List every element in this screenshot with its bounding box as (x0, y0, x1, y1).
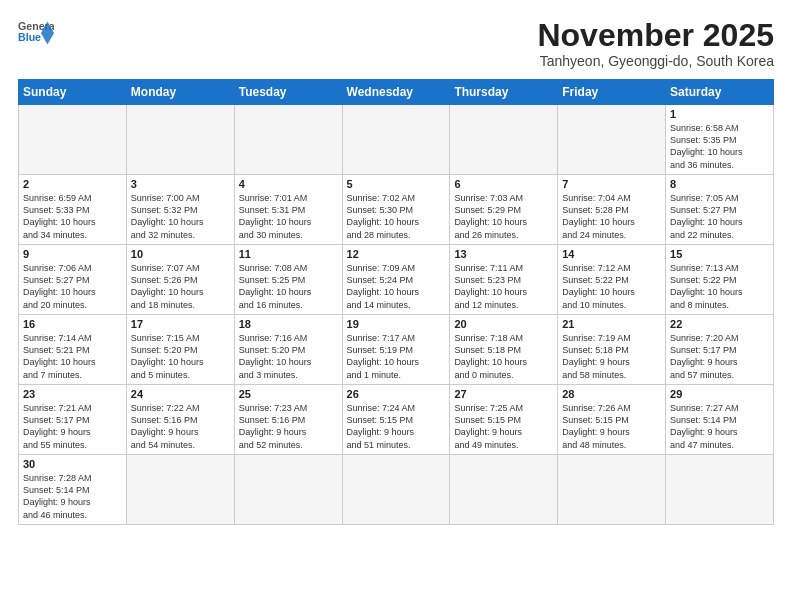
day-info: Sunrise: 7:19 AM Sunset: 5:18 PM Dayligh… (562, 332, 661, 381)
calendar-cell: 2Sunrise: 6:59 AM Sunset: 5:33 PM Daylig… (19, 175, 127, 245)
calendar-cell (19, 105, 127, 175)
logo: General Blue (18, 18, 54, 48)
calendar-cell (234, 455, 342, 525)
day-number: 29 (670, 388, 769, 400)
day-info: Sunrise: 7:16 AM Sunset: 5:20 PM Dayligh… (239, 332, 338, 381)
calendar-cell: 11Sunrise: 7:08 AM Sunset: 5:25 PM Dayli… (234, 245, 342, 315)
weekday-header-monday: Monday (126, 80, 234, 105)
day-number: 28 (562, 388, 661, 400)
calendar-cell (666, 455, 774, 525)
week-row-1: 1Sunrise: 6:58 AM Sunset: 5:35 PM Daylig… (19, 105, 774, 175)
calendar-cell: 19Sunrise: 7:17 AM Sunset: 5:19 PM Dayli… (342, 315, 450, 385)
calendar-cell (450, 105, 558, 175)
day-info: Sunrise: 7:13 AM Sunset: 5:22 PM Dayligh… (670, 262, 769, 311)
day-number: 7 (562, 178, 661, 190)
day-number: 11 (239, 248, 338, 260)
day-info: Sunrise: 7:02 AM Sunset: 5:30 PM Dayligh… (347, 192, 446, 241)
day-number: 6 (454, 178, 553, 190)
day-info: Sunrise: 7:07 AM Sunset: 5:26 PM Dayligh… (131, 262, 230, 311)
day-info: Sunrise: 7:20 AM Sunset: 5:17 PM Dayligh… (670, 332, 769, 381)
week-row-2: 2Sunrise: 6:59 AM Sunset: 5:33 PM Daylig… (19, 175, 774, 245)
day-info: Sunrise: 7:06 AM Sunset: 5:27 PM Dayligh… (23, 262, 122, 311)
calendar-cell: 15Sunrise: 7:13 AM Sunset: 5:22 PM Dayli… (666, 245, 774, 315)
day-number: 17 (131, 318, 230, 330)
header: General Blue November 2025 Tanhyeon, Gye… (18, 18, 774, 69)
day-number: 18 (239, 318, 338, 330)
day-number: 16 (23, 318, 122, 330)
weekday-header-tuesday: Tuesday (234, 80, 342, 105)
day-number: 12 (347, 248, 446, 260)
weekday-header-sunday: Sunday (19, 80, 127, 105)
day-info: Sunrise: 7:12 AM Sunset: 5:22 PM Dayligh… (562, 262, 661, 311)
day-info: Sunrise: 7:14 AM Sunset: 5:21 PM Dayligh… (23, 332, 122, 381)
calendar-cell: 3Sunrise: 7:00 AM Sunset: 5:32 PM Daylig… (126, 175, 234, 245)
calendar-cell: 4Sunrise: 7:01 AM Sunset: 5:31 PM Daylig… (234, 175, 342, 245)
calendar-cell: 18Sunrise: 7:16 AM Sunset: 5:20 PM Dayli… (234, 315, 342, 385)
svg-text:Blue: Blue (18, 31, 41, 43)
day-number: 2 (23, 178, 122, 190)
day-info: Sunrise: 7:01 AM Sunset: 5:31 PM Dayligh… (239, 192, 338, 241)
day-info: Sunrise: 6:58 AM Sunset: 5:35 PM Dayligh… (670, 122, 769, 171)
week-row-6: 30Sunrise: 7:28 AM Sunset: 5:14 PM Dayli… (19, 455, 774, 525)
day-number: 22 (670, 318, 769, 330)
day-number: 27 (454, 388, 553, 400)
calendar-cell: 21Sunrise: 7:19 AM Sunset: 5:18 PM Dayli… (558, 315, 666, 385)
calendar-cell (450, 455, 558, 525)
calendar-cell (558, 455, 666, 525)
day-info: Sunrise: 7:28 AM Sunset: 5:14 PM Dayligh… (23, 472, 122, 521)
week-row-5: 23Sunrise: 7:21 AM Sunset: 5:17 PM Dayli… (19, 385, 774, 455)
day-number: 21 (562, 318, 661, 330)
calendar-cell (126, 455, 234, 525)
day-number: 26 (347, 388, 446, 400)
weekday-header-saturday: Saturday (666, 80, 774, 105)
day-info: Sunrise: 7:21 AM Sunset: 5:17 PM Dayligh… (23, 402, 122, 451)
weekday-header-wednesday: Wednesday (342, 80, 450, 105)
day-number: 3 (131, 178, 230, 190)
calendar-cell: 22Sunrise: 7:20 AM Sunset: 5:17 PM Dayli… (666, 315, 774, 385)
calendar-cell: 16Sunrise: 7:14 AM Sunset: 5:21 PM Dayli… (19, 315, 127, 385)
day-info: Sunrise: 7:11 AM Sunset: 5:23 PM Dayligh… (454, 262, 553, 311)
day-info: Sunrise: 7:09 AM Sunset: 5:24 PM Dayligh… (347, 262, 446, 311)
calendar-cell (342, 105, 450, 175)
day-info: Sunrise: 7:03 AM Sunset: 5:29 PM Dayligh… (454, 192, 553, 241)
calendar-cell: 24Sunrise: 7:22 AM Sunset: 5:16 PM Dayli… (126, 385, 234, 455)
day-info: Sunrise: 7:18 AM Sunset: 5:18 PM Dayligh… (454, 332, 553, 381)
day-number: 4 (239, 178, 338, 190)
day-number: 10 (131, 248, 230, 260)
calendar-cell (234, 105, 342, 175)
day-info: Sunrise: 7:04 AM Sunset: 5:28 PM Dayligh… (562, 192, 661, 241)
calendar-cell: 14Sunrise: 7:12 AM Sunset: 5:22 PM Dayli… (558, 245, 666, 315)
page: General Blue November 2025 Tanhyeon, Gye… (0, 0, 792, 612)
calendar-cell: 5Sunrise: 7:02 AM Sunset: 5:30 PM Daylig… (342, 175, 450, 245)
calendar-cell: 1Sunrise: 6:58 AM Sunset: 5:35 PM Daylig… (666, 105, 774, 175)
day-number: 20 (454, 318, 553, 330)
calendar-cell: 23Sunrise: 7:21 AM Sunset: 5:17 PM Dayli… (19, 385, 127, 455)
day-number: 1 (670, 108, 769, 120)
day-info: Sunrise: 7:23 AM Sunset: 5:16 PM Dayligh… (239, 402, 338, 451)
calendar-table: SundayMondayTuesdayWednesdayThursdayFrid… (18, 79, 774, 525)
calendar-cell: 30Sunrise: 7:28 AM Sunset: 5:14 PM Dayli… (19, 455, 127, 525)
day-info: Sunrise: 7:26 AM Sunset: 5:15 PM Dayligh… (562, 402, 661, 451)
day-info: Sunrise: 7:00 AM Sunset: 5:32 PM Dayligh… (131, 192, 230, 241)
calendar-cell: 26Sunrise: 7:24 AM Sunset: 5:15 PM Dayli… (342, 385, 450, 455)
day-number: 14 (562, 248, 661, 260)
day-info: Sunrise: 6:59 AM Sunset: 5:33 PM Dayligh… (23, 192, 122, 241)
day-info: Sunrise: 7:25 AM Sunset: 5:15 PM Dayligh… (454, 402, 553, 451)
day-info: Sunrise: 7:27 AM Sunset: 5:14 PM Dayligh… (670, 402, 769, 451)
calendar-cell (558, 105, 666, 175)
day-number: 19 (347, 318, 446, 330)
day-info: Sunrise: 7:05 AM Sunset: 5:27 PM Dayligh… (670, 192, 769, 241)
day-number: 13 (454, 248, 553, 260)
day-info: Sunrise: 7:22 AM Sunset: 5:16 PM Dayligh… (131, 402, 230, 451)
weekday-header-friday: Friday (558, 80, 666, 105)
calendar-cell: 29Sunrise: 7:27 AM Sunset: 5:14 PM Dayli… (666, 385, 774, 455)
day-number: 8 (670, 178, 769, 190)
calendar-cell: 28Sunrise: 7:26 AM Sunset: 5:15 PM Dayli… (558, 385, 666, 455)
calendar-cell: 17Sunrise: 7:15 AM Sunset: 5:20 PM Dayli… (126, 315, 234, 385)
day-info: Sunrise: 7:08 AM Sunset: 5:25 PM Dayligh… (239, 262, 338, 311)
day-info: Sunrise: 7:24 AM Sunset: 5:15 PM Dayligh… (347, 402, 446, 451)
calendar-cell: 20Sunrise: 7:18 AM Sunset: 5:18 PM Dayli… (450, 315, 558, 385)
calendar-cell: 7Sunrise: 7:04 AM Sunset: 5:28 PM Daylig… (558, 175, 666, 245)
calendar-cell: 25Sunrise: 7:23 AM Sunset: 5:16 PM Dayli… (234, 385, 342, 455)
day-number: 30 (23, 458, 122, 470)
